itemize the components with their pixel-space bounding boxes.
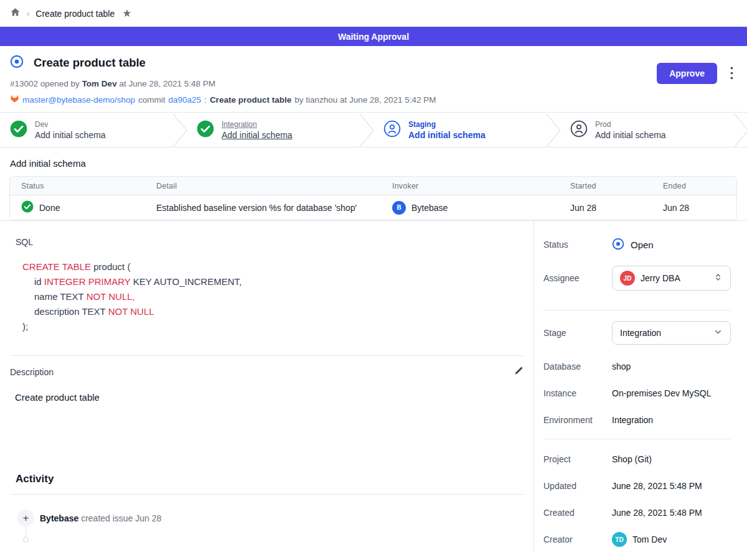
divider: [543, 310, 731, 310]
assignee-label: Assignee: [543, 273, 612, 283]
home-icon[interactable]: [10, 7, 21, 20]
activity-action: created issue Jun 28: [81, 513, 161, 523]
stage-dev[interactable]: Dev Add initial schema: [0, 113, 187, 147]
activity-item: + Bytebase created issue Jun 28: [10, 510, 524, 526]
up-down-chevron-icon: [713, 273, 723, 284]
project-label: Project: [543, 454, 612, 464]
sql-code: CREATE TABLE product ( id INTEGER PRIMAR…: [22, 259, 524, 334]
stage-staging[interactable]: Staging Add initial schema: [374, 113, 560, 147]
stage-value: Integration: [620, 328, 661, 338]
commit-line: master@bytebase-demo/shop commit da90a25…: [10, 94, 737, 105]
commit-sep: :: [204, 95, 207, 105]
col-ended: Ended: [652, 182, 736, 190]
check-circle-icon: [10, 120, 27, 140]
stage-separator: [545, 113, 561, 147]
database-value: shop: [612, 362, 631, 371]
issue-header: Create product table #13002 opened by To…: [0, 46, 747, 112]
commit-hash-link[interactable]: da90a25: [169, 95, 202, 105]
environment-label: Environment: [543, 415, 612, 425]
col-invoker: Invoker: [381, 182, 559, 190]
chevron-right-icon: ›: [27, 9, 29, 18]
stage-task-label: Add initial schema: [35, 130, 106, 140]
sidebar: Status Open Assignee JD Jerry DBA Stage: [534, 221, 747, 552]
star-icon[interactable]: ★: [122, 8, 131, 19]
person-circle-icon: [383, 120, 401, 140]
bytebase-avatar: B: [392, 201, 406, 215]
issue-id: #13002 opened by: [10, 79, 80, 88]
sql-keyword: NOT NULL: [108, 306, 154, 317]
stage-integration[interactable]: Integration Add initial schema: [187, 113, 374, 147]
stage-label: Stage: [543, 328, 612, 338]
stage-task-label: Add initial schema: [222, 130, 293, 140]
description-label: Description: [10, 367, 54, 377]
col-status: Status: [10, 182, 145, 190]
sql-text: name TEXT: [34, 291, 87, 302]
stage-separator: [359, 113, 375, 147]
chevron-down-icon: [713, 327, 723, 338]
sql-keyword: NOT NULL,: [87, 291, 135, 302]
timeline-node: [23, 537, 29, 543]
created-label: Created: [543, 508, 612, 518]
task-detail: Established baseline version %s for data…: [145, 203, 381, 213]
status-open-icon: [612, 238, 624, 252]
commit-suffix: by tianzhou at June 28, 2021 5:42 PM: [294, 95, 436, 105]
breadcrumb-current[interactable]: Create product table: [35, 9, 115, 19]
plus-icon: +: [17, 510, 34, 526]
instance-label: Instance: [543, 388, 612, 398]
waiting-approval-banner: Waiting Approval: [0, 27, 747, 46]
creator-avatar: TD: [612, 532, 627, 547]
stage-select[interactable]: Integration: [612, 321, 731, 345]
environment-value: Integration: [612, 415, 653, 425]
divider: [10, 355, 524, 356]
task-section-heading: Add initial schema: [10, 158, 737, 169]
table-row: Done Established baseline version %s for…: [10, 195, 736, 220]
content-split: SQL CREATE TABLE product ( id INTEGER PR…: [0, 220, 747, 552]
sql-text: id: [34, 276, 44, 287]
done-check-icon: [21, 200, 34, 215]
issue-time: at June 28, 2021 5:48 PM: [119, 79, 215, 88]
stage-prod[interactable]: Prod Add initial schema: [560, 113, 747, 147]
activity-actor: Bytebase: [40, 513, 78, 523]
divider: [10, 494, 524, 495]
commit-word: commit: [138, 95, 166, 105]
breadcrumb: › Create product table ★: [0, 0, 747, 27]
banner-label: Waiting Approval: [338, 32, 409, 42]
timeline-connector: [26, 526, 26, 537]
stage-env-label: Staging: [408, 120, 486, 129]
kebab-menu-icon[interactable]: [730, 67, 733, 82]
instance-value: On-premises Dev MySQL: [612, 388, 711, 398]
issue-open-icon: [10, 55, 24, 71]
main-column: SQL CREATE TABLE product ( id INTEGER PR…: [0, 221, 534, 552]
stage-task-label: Add initial schema: [595, 130, 666, 140]
sql-label: SQL: [16, 237, 524, 247]
status-value: Open: [631, 240, 654, 250]
sql-text: KEY AUTO_INCREMENT,: [130, 276, 242, 287]
task-table: Status Detail Invoker Started Ended Done…: [9, 176, 737, 220]
stage-env-label: Integration: [222, 120, 293, 129]
person-circle-icon: [570, 120, 588, 140]
assignee-select[interactable]: JD Jerry DBA: [612, 266, 731, 291]
issue-meta: #13002 opened by Tom Dev at June 28, 202…: [10, 79, 737, 88]
sql-text: product (: [91, 261, 130, 272]
task-started: Jun 28: [559, 203, 652, 213]
branch-repo-link[interactable]: master@bytebase-demo/shop: [22, 95, 135, 105]
stage-task-label: Add initial schema: [408, 130, 486, 140]
task-invoker: Bytebase: [411, 203, 448, 213]
stage-env-label: Prod: [595, 120, 666, 129]
assignee-avatar: JD: [620, 271, 635, 286]
description-content: Create product table: [15, 392, 524, 403]
created-value: June 28, 2021 5:48 PM: [612, 508, 702, 518]
updated-label: Updated: [543, 481, 612, 491]
creator-label: Creator: [543, 534, 612, 544]
database-label: Database: [543, 362, 612, 371]
issue-title: Create product table: [34, 56, 146, 70]
stage-separator: [733, 113, 747, 147]
col-detail: Detail: [145, 182, 381, 190]
edit-pencil-icon[interactable]: [514, 365, 524, 378]
sql-text: );: [22, 321, 28, 332]
issue-author: Tom Dev: [82, 79, 117, 88]
creator-value: Tom Dev: [632, 534, 667, 544]
sql-keyword: INTEGER PRIMARY: [44, 276, 131, 287]
approve-button[interactable]: Approve: [657, 63, 717, 84]
stage-separator: [172, 113, 188, 147]
